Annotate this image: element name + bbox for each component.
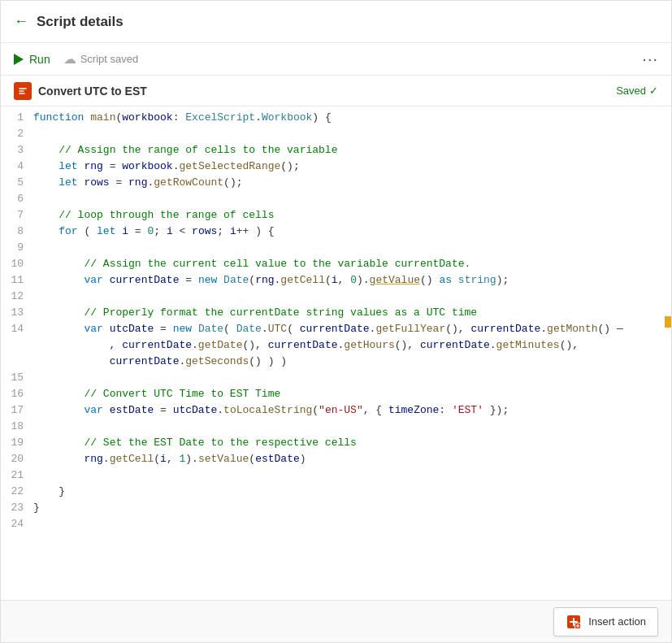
app-container: ← Script details Run ☁ Script saved ··· …	[0, 0, 672, 643]
scroll-marker	[665, 316, 671, 328]
code-line: 11 var currentDate = new Date(rng.getCel…	[1, 272, 671, 289]
code-line: 5 let rows = rng.getRowCount();	[1, 175, 671, 191]
insert-action-button[interactable]: Insert action	[553, 607, 658, 636]
code-line: 7 // loop through the range of cells	[1, 207, 671, 224]
code-line-cont: 14 currentDate.getSeconds() ) )	[1, 354, 671, 370]
insert-action-label: Insert action	[588, 615, 646, 628]
code-editor: 1 function main(workbook: ExcelScript.Wo…	[1, 106, 671, 600]
bottom-bar: Insert action	[1, 600, 671, 642]
code-line: 17 var estDate = utcDate.toLocaleString(…	[1, 402, 671, 419]
code-line-cont: 14 , currentDate.getDate(), currentDate.…	[1, 337, 671, 354]
insert-action-icon	[566, 614, 582, 630]
saved-status: ☁ Script saved	[63, 51, 139, 67]
code-line: 13 // Properly format the currentDate st…	[1, 305, 671, 321]
code-line: 8 for ( let i = 0; i < rows; i++ ) {	[1, 224, 671, 240]
code-line: 18	[1, 419, 671, 435]
code-line: 19 // Set the EST Date to the respective…	[1, 435, 671, 451]
code-line: 20 rng.getCell(i, 1).setValue(estDate)	[1, 451, 671, 467]
header: ← Script details	[1, 1, 671, 43]
run-icon	[14, 54, 25, 65]
code-line: 14 var utcDate = new Date( Date.UTC( cur…	[1, 321, 671, 337]
code-line: 1 function main(workbook: ExcelScript.Wo…	[1, 110, 671, 126]
code-line: 24	[1, 516, 671, 532]
code-line: 6	[1, 191, 671, 207]
page-title: Script details	[37, 14, 124, 30]
script-icon	[14, 82, 32, 100]
toolbar: Run ☁ Script saved ···	[1, 43, 671, 76]
more-options-button[interactable]: ···	[642, 50, 658, 68]
code-area[interactable]: 1 function main(workbook: ExcelScript.Wo…	[1, 106, 671, 600]
cloud-icon: ☁	[63, 51, 76, 67]
code-line: 2	[1, 126, 671, 142]
code-line: 15	[1, 370, 671, 386]
saved-status-text: Script saved	[80, 53, 139, 65]
run-button[interactable]: Run	[14, 53, 50, 66]
saved-label: Saved ✓	[616, 85, 658, 97]
saved-text: Saved	[616, 85, 646, 97]
code-line: 21	[1, 467, 671, 484]
code-line: 23 }	[1, 500, 671, 516]
code-line: 9	[1, 240, 671, 256]
script-name: Convert UTC to EST	[38, 85, 616, 98]
code-line: 12	[1, 289, 671, 305]
script-title-bar: Convert UTC to EST Saved ✓	[1, 76, 671, 106]
code-line: 3 // Assign the range of cells to the va…	[1, 142, 671, 159]
run-label: Run	[29, 53, 50, 66]
back-button[interactable]: ←	[14, 13, 28, 30]
code-line: 4 let rng = workbook.getSelectedRange();	[1, 159, 671, 175]
code-line: 10 // Assign the current cell value to t…	[1, 256, 671, 272]
code-line: 16 // Convert UTC Time to EST Time	[1, 386, 671, 402]
check-icon: ✓	[649, 85, 658, 97]
code-line: 22 }	[1, 484, 671, 500]
